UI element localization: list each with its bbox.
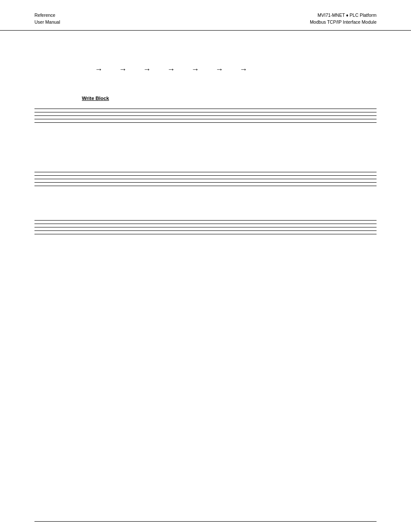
page-footer xyxy=(34,521,377,524)
line-2-4 xyxy=(34,182,377,183)
page-header: Reference User Manual MVI71-MNET ♦ PLC P… xyxy=(0,0,411,31)
line-1-1 xyxy=(34,109,377,109)
line-group-2 xyxy=(34,172,377,186)
arrow-7: → xyxy=(240,65,247,74)
line-1-3 xyxy=(34,115,377,116)
header-left-line1: Reference xyxy=(34,12,60,19)
line-2-1 xyxy=(34,172,377,172)
arrow-row: → → → → → → → xyxy=(95,65,377,74)
line-2-3 xyxy=(34,179,377,179)
write-block-title: Write Block xyxy=(82,96,377,101)
main-content: → → → → → → → Write Block xyxy=(0,31,411,255)
arrow-3: → xyxy=(143,65,151,74)
line-group-1 xyxy=(34,109,377,123)
write-block-section: Write Block xyxy=(34,96,377,234)
header-left-line2: User Manual xyxy=(34,19,60,26)
line-3-3 xyxy=(34,227,377,227)
arrow-1: → xyxy=(95,65,103,74)
line-3-1 xyxy=(34,220,377,221)
header-right-line2: Modbus TCP/IP Interface Module xyxy=(310,19,377,26)
line-2-2 xyxy=(34,175,377,176)
line-2-5 xyxy=(34,186,377,186)
line-1-5 xyxy=(34,122,377,123)
header-right: MVI71-MNET ♦ PLC Platform Modbus TCP/IP … xyxy=(310,12,377,26)
arrow-5: → xyxy=(191,65,199,74)
line-1-4 xyxy=(34,119,377,119)
arrow-4: → xyxy=(167,65,175,74)
header-right-line1: MVI71-MNET ♦ PLC Platform xyxy=(310,12,377,19)
arrow-6: → xyxy=(215,65,223,74)
line-3-4 xyxy=(34,230,377,231)
header-left: Reference User Manual xyxy=(34,12,60,26)
spacer-2 xyxy=(34,189,377,217)
line-group-3 xyxy=(34,220,377,234)
arrow-2: → xyxy=(119,65,127,74)
spacer-1 xyxy=(34,126,377,169)
page: Reference User Manual MVI71-MNET ♦ PLC P… xyxy=(0,0,411,532)
line-3-2 xyxy=(34,224,377,224)
line-1-2 xyxy=(34,112,377,112)
line-3-5 xyxy=(34,234,377,234)
